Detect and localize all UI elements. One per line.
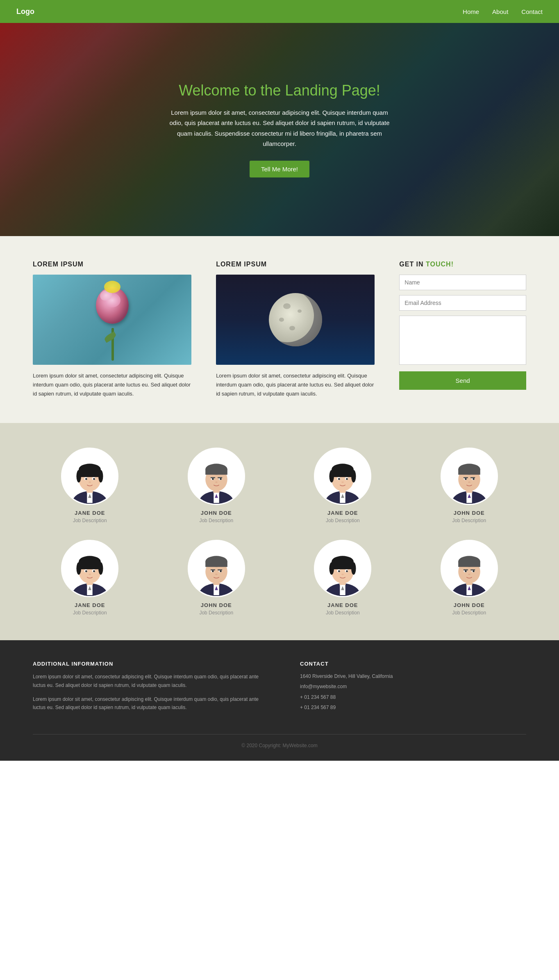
avatar-3 xyxy=(441,448,498,505)
avatar-2 xyxy=(314,448,371,505)
avatar-6 xyxy=(314,540,371,597)
team-section: JANE DOE Job Description xyxy=(0,423,559,640)
svg-point-42 xyxy=(351,470,356,483)
svg-point-111 xyxy=(341,574,344,575)
content-col1-heading: LOREM IPSUM xyxy=(33,261,191,268)
footer-info-col: ADDITIONAL INFORMATION Lorem ipsum dolor… xyxy=(33,661,259,718)
footer-contact-heading: CONTACT xyxy=(300,661,526,667)
svg-rect-30 xyxy=(218,477,222,478)
svg-point-73 xyxy=(77,562,81,575)
member-job-2: Job Description xyxy=(326,518,360,523)
team-grid: JANE DOE Job Description xyxy=(33,448,526,616)
footer-info-para1: Lorem ipsum dolor sit amet, consectetur … xyxy=(33,673,259,689)
svg-point-95 xyxy=(215,574,218,575)
footer-info-heading: ADDITIONAL INFORMATION xyxy=(33,661,259,667)
contact-heading: GET IN TOUCH! xyxy=(399,261,526,268)
member-name-0: JANE DOE xyxy=(75,510,105,516)
member-name-7: JOHN DOE xyxy=(454,602,485,608)
svg-point-41 xyxy=(329,470,334,483)
svg-point-28 xyxy=(220,478,222,480)
svg-rect-125 xyxy=(463,569,468,571)
svg-point-15 xyxy=(89,482,91,483)
copyright-text: © 2020 Copyright: MyWebsite.com xyxy=(33,743,526,748)
svg-point-109 xyxy=(338,571,340,573)
member-name-3: JOHN DOE xyxy=(454,510,485,516)
message-textarea[interactable] xyxy=(399,316,526,365)
svg-point-74 xyxy=(98,562,103,575)
member-job-6: Job Description xyxy=(326,610,360,616)
svg-rect-93 xyxy=(210,569,215,571)
svg-rect-88 xyxy=(205,562,227,567)
nav-logo: Logo xyxy=(16,7,34,16)
nav-link-home[interactable]: Home xyxy=(463,8,479,15)
team-member-2: JANE DOE Job Description xyxy=(314,448,371,523)
member-job-7: Job Description xyxy=(452,610,486,616)
hero-title: Welcome to the Landing Page! xyxy=(179,82,380,99)
team-member-5: JOHN DOE Job Description xyxy=(188,540,245,616)
avatar-5 xyxy=(188,540,245,597)
svg-point-78 xyxy=(93,571,95,573)
svg-point-45 xyxy=(338,478,340,480)
moon-shape xyxy=(269,293,322,346)
svg-point-127 xyxy=(468,574,470,575)
svg-point-27 xyxy=(212,478,214,480)
svg-point-31 xyxy=(215,482,218,483)
team-member-0: JANE DOE Job Description xyxy=(61,448,118,523)
svg-rect-126 xyxy=(470,569,475,571)
svg-rect-56 xyxy=(458,469,480,475)
avatar-7 xyxy=(441,540,498,597)
team-member-7: JOHN DOE Job Description xyxy=(441,540,498,616)
name-input[interactable] xyxy=(399,275,526,290)
content-section: LOREM IPSUM Lorem ipsum dolor sit amet, … xyxy=(0,236,559,423)
hero-section: Welcome to the Landing Page! Lorem ipsum… xyxy=(0,23,559,236)
content-col2-body: Lorem ipsum dolor sit amet, consectetur … xyxy=(216,371,375,398)
hero-description: Lorem ipsum dolor sit amet, consectetur … xyxy=(165,107,394,149)
contact-form-col: GET IN TOUCH! Send xyxy=(399,261,526,398)
content-col-1: LOREM IPSUM Lorem ipsum dolor sit amet, … xyxy=(33,261,191,398)
content-col-2: LOREM IPSUM Lorem ipsum dolor sit amet, … xyxy=(216,261,375,398)
email-input[interactable] xyxy=(399,295,526,311)
member-job-1: Job Description xyxy=(199,518,233,523)
footer-top: ADDITIONAL INFORMATION Lorem ipsum dolor… xyxy=(33,661,526,718)
member-name-1: JOHN DOE xyxy=(201,510,232,516)
member-name-5: JOHN DOE xyxy=(201,602,232,608)
svg-rect-40 xyxy=(332,469,354,477)
svg-point-106 xyxy=(351,562,356,575)
svg-point-10 xyxy=(98,470,103,483)
team-member-3: JOHN DOE Job Description xyxy=(441,448,498,523)
footer-info-para2: Lorem ipsum dolor sit amet, consectetur … xyxy=(33,695,259,712)
svg-point-9 xyxy=(77,470,81,483)
moon-image xyxy=(216,275,375,365)
svg-point-47 xyxy=(341,482,344,483)
nav-link-contact[interactable]: Contact xyxy=(521,8,543,15)
svg-rect-104 xyxy=(332,562,354,569)
member-name-6: JANE DOE xyxy=(327,602,358,608)
svg-rect-94 xyxy=(218,569,222,571)
svg-point-14 xyxy=(93,478,95,480)
send-button[interactable]: Send xyxy=(399,371,526,390)
svg-point-13 xyxy=(85,478,87,480)
member-job-5: Job Description xyxy=(199,610,233,616)
svg-point-92 xyxy=(220,571,222,573)
hero-cta-button[interactable]: Tell Me More! xyxy=(250,161,309,177)
svg-point-79 xyxy=(89,574,91,575)
svg-point-77 xyxy=(85,571,87,573)
footer-phone2: + 01 234 567 89 xyxy=(300,704,526,712)
footer-email: info@mywebsite.com xyxy=(300,683,526,691)
content-col2-heading: LOREM IPSUM xyxy=(216,261,375,268)
footer-contact-col: CONTACT 1640 Riverside Drive, Hill Valle… xyxy=(300,661,526,718)
svg-rect-29 xyxy=(210,477,215,478)
nav-link-about[interactable]: About xyxy=(492,8,508,15)
svg-point-124 xyxy=(473,571,475,573)
svg-rect-72 xyxy=(79,562,101,569)
svg-rect-24 xyxy=(205,469,227,475)
svg-rect-120 xyxy=(458,562,480,567)
nav-links: Home About Contact xyxy=(463,8,543,15)
svg-point-123 xyxy=(465,571,467,573)
team-member-4: JANE DOE Job Description xyxy=(61,540,118,616)
avatar-4 xyxy=(61,540,118,597)
svg-rect-8 xyxy=(79,469,101,477)
footer-address: 1640 Riverside Drive, Hill Valley, Calif… xyxy=(300,673,526,680)
team-member-1: JOHN DOE Job Description xyxy=(188,448,245,523)
navbar: Logo Home About Contact xyxy=(0,0,559,23)
